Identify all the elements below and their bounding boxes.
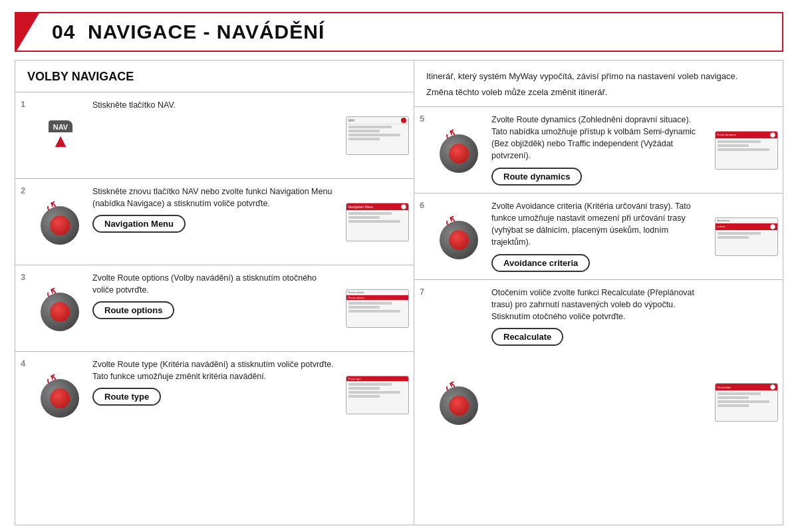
thumb-row: Avoidance — [716, 218, 777, 223]
step-icon-2: ↺ — [34, 179, 87, 265]
thumb-line — [718, 236, 749, 239]
step-icon-7: ↺ — [433, 280, 486, 525]
step-icon-4: ↺ — [34, 352, 87, 438]
right-intro: Itinerář, který systém MyWay vypočítá, z… — [414, 61, 783, 107]
main-content: VOLBY NAVIGACE 1 NAV ▲ Stiskněte tlačítk… — [15, 60, 783, 525]
step-row-5: 5 ↺ Zvolte Route dynamics (Zohle — [414, 107, 783, 194]
left-panel: VOLBY NAVIGACE 1 NAV ▲ Stiskněte tlačítk… — [15, 61, 414, 525]
step-row-4: 4 ↺ Zvolte Route type (Kritéria — [15, 352, 414, 438]
step-num-3: 3 — [15, 265, 34, 351]
thumb-dot — [770, 224, 775, 229]
thumb-lines — [346, 301, 408, 327]
step-image-7: Recalculate — [710, 280, 783, 525]
step-num-4: 4 — [15, 352, 34, 438]
step-num-1: 1 — [15, 92, 34, 178]
thumb-dot — [770, 384, 775, 390]
nav-arrow-icon: ▲ — [51, 132, 70, 150]
left-section-title: VOLBY NAVIGACE — [27, 70, 402, 84]
step-image-4: Route type — [340, 352, 414, 438]
knob-container: ↺ — [438, 128, 481, 173]
thumb-row-active: Route type — [346, 376, 408, 382]
device-thumbnail-3: Route options Route options — [346, 289, 409, 328]
header-title: 04 NAVIGACE - NAVÁDĚNÍ — [40, 21, 325, 43]
knob-outer — [41, 293, 79, 331]
step-image-3: Route options Route options — [340, 265, 414, 351]
thumb-line — [348, 212, 392, 215]
knob-outer — [440, 221, 478, 259]
thumb-line — [348, 126, 392, 128]
step-image-2: Navigation Menu — [340, 179, 414, 265]
thumb-line — [348, 134, 400, 136]
thumb-lines — [716, 139, 777, 169]
thumb-row-active: Route dynamics — [716, 132, 777, 139]
nav-button-icon: NAV ▲ — [49, 120, 72, 150]
step-num-5: 5 — [414, 107, 433, 193]
step-num-6: 6 — [414, 194, 433, 279]
thumb-line — [348, 383, 392, 386]
thumb-lines — [346, 382, 408, 414]
right-panel: Itinerář, který systém MyWay vypočítá, z… — [414, 61, 783, 525]
thumb-line — [718, 400, 769, 403]
knob-inner — [50, 215, 70, 235]
thumb-line — [718, 144, 749, 147]
step-text-4: Zvolte Route type (Kritéria navádění) a … — [87, 352, 340, 438]
thumb-line — [718, 148, 769, 151]
step-icon-5: ↺ — [433, 107, 486, 193]
knob-inner — [449, 230, 469, 250]
knob-outer — [440, 134, 478, 173]
thumb-line — [348, 395, 380, 398]
thumb-line — [348, 306, 380, 309]
step-text-5: Zvolte Route dynamics (Zohlednění doprav… — [486, 107, 710, 193]
thumb-line — [348, 302, 392, 305]
step-row-6: 6 ↺ Zvolte Avoidance criteria (K — [414, 194, 783, 280]
route-type-button: Route type — [92, 388, 161, 406]
knob-inner — [449, 396, 469, 416]
thumb-row: Route options — [346, 290, 408, 295]
thumb-row-active: Route options — [346, 295, 408, 301]
knob-container: ↺ — [39, 372, 82, 418]
header: 04 NAVIGACE - NAVÁDĚNÍ — [15, 12, 783, 52]
step-text-7: Otočením voliče zvolte funkci Recalculat… — [486, 280, 710, 525]
thumb-line — [348, 138, 380, 140]
step-row-1: 1 NAV ▲ Stiskněte tlačítko NAV. NAV — [15, 92, 414, 179]
recalculate-button: Recalculate — [491, 328, 563, 346]
thumb-lines — [716, 391, 777, 421]
thumb-line — [718, 404, 749, 407]
device-thumbnail-1: NAV — [346, 116, 409, 155]
thumb-dot — [401, 204, 406, 209]
navigation-menu-button: Navigation Menu — [92, 215, 186, 233]
thumb-line — [718, 140, 761, 143]
step-icon-3: ↺ — [34, 265, 87, 351]
knob-outer — [41, 379, 79, 418]
thumb-line — [348, 391, 400, 394]
step-icon-1: NAV ▲ — [34, 92, 87, 178]
step-text-6: Zvolte Avoidance criteria (Kritéria určo… — [486, 194, 710, 279]
step-text-2: Stiskněte znovu tlačítko NAV nebo zvolte… — [87, 179, 340, 265]
route-options-button: Route options — [92, 301, 174, 319]
knob-outer — [440, 386, 478, 425]
step-image-1: NAV — [340, 92, 414, 178]
thumb-line — [348, 216, 380, 219]
avoidance-criteria-button: Avoidance criteria — [491, 254, 590, 272]
knob-inner — [50, 302, 70, 322]
header-triangle — [16, 12, 40, 52]
step-image-6: Avoidance criteria — [710, 194, 783, 279]
thumb-lines — [716, 231, 777, 255]
step-text-3: Zvolte Route options (Volby navádění) a … — [87, 265, 340, 351]
step-row-3: 3 ↺ Zvolte Route options (Volby — [15, 265, 414, 352]
device-thumbnail-6: Avoidance criteria — [715, 217, 778, 256]
page: 04 NAVIGACE - NAVÁDĚNÍ VOLBY NAVIGACE 1 … — [0, 0, 798, 532]
device-thumbnail-5: Route dynamics — [715, 131, 778, 170]
thumb-row: NAV — [346, 117, 408, 124]
knob-inner — [449, 144, 469, 164]
thumb-row-active: criteria — [716, 223, 777, 231]
device-thumbnail-4: Route type — [346, 376, 409, 414]
knob-outer — [41, 206, 79, 245]
knob-container: ↺ — [438, 380, 481, 425]
thumb-row-active: Recalculate — [716, 384, 777, 391]
step-num-2: 2 — [15, 179, 34, 265]
step-icon-6: ↺ — [433, 194, 486, 279]
step-row-7: 7 ↺ Otočením voliče zvolte funkc — [414, 280, 783, 525]
thumb-line — [718, 396, 749, 399]
knob-container: ↺ — [39, 200, 82, 245]
